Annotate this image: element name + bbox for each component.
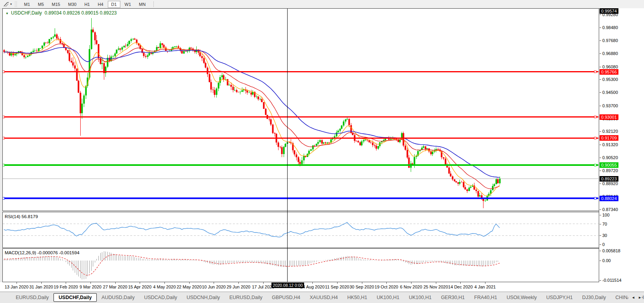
top-toolbar: ▾ M1M5M15M30H1H4D1W1MN <box>0 0 644 9</box>
timeframe-button-h1[interactable]: H1 <box>81 1 93 8</box>
date-tick <box>66 282 66 284</box>
date-label: 25 Nov 2020 <box>423 285 448 289</box>
rsi-tick-label: 70 <box>602 222 607 226</box>
axis-tick <box>600 280 601 281</box>
chart-tab-xauusd-h4[interactable]: XAUUSD,H4 <box>305 293 343 302</box>
rsi-label: RSI(14) 56.8179 <box>5 214 38 219</box>
date-label: 9 Mar 2020 <box>79 285 101 289</box>
axis-tick <box>600 215 601 215</box>
trendline-icon <box>3 1 9 7</box>
timeframe-button-w1[interactable]: W1 <box>121 1 135 8</box>
chart-tab-usdchf-daily[interactable]: USDCHF,Daily <box>54 293 97 302</box>
date-tick <box>115 282 116 284</box>
chart-tab-audusd-daily[interactable]: AUDUSD,Daily <box>97 293 139 302</box>
axis-tick <box>600 184 601 184</box>
symbol-dropdown-icon[interactable]: ▼ <box>6 12 9 15</box>
macd-tick-label: 0.00 <box>602 258 611 263</box>
date-label: 19 Feb 2020 <box>54 285 78 289</box>
macd-label: MACD(12,26,9) -0.000076 -0.001594 <box>5 250 79 255</box>
hline-price-label: 0.93001 <box>600 114 618 120</box>
hline-price-label: 0.91709 <box>600 135 618 141</box>
macd-pane[interactable] <box>2 248 599 282</box>
date-label: 10 Jun 2020 <box>202 285 226 289</box>
axis-tick <box>600 79 601 80</box>
axis-tick <box>600 145 601 145</box>
date-label: 4 Jan 2021 <box>474 285 496 289</box>
axis-tick <box>600 261 601 261</box>
chart-tab-gbpusd-h4[interactable]: GBPUSD,H4 <box>267 293 305 302</box>
chart-tab-uk100-h1[interactable]: UK100,H1 <box>372 293 404 302</box>
date-tick <box>164 282 165 284</box>
date-tick <box>140 282 140 284</box>
axis-tick <box>600 171 601 171</box>
timeframe-button-h4[interactable]: H4 <box>94 1 107 8</box>
mt4-window: ▾ M1M5M15M30H1H4D1W1MN ▼USDCHF,Daily 0.8… <box>0 0 644 303</box>
hline-price-label: 0.88024 <box>600 196 618 201</box>
toolbar-separator <box>153 1 154 7</box>
date-tick <box>436 282 436 284</box>
date-tick <box>17 282 17 284</box>
rsi-pane[interactable] <box>2 212 599 248</box>
rsi-name: RSI(14) <box>5 214 20 219</box>
chart-title: ▼USDCHF,Daily 0.89034 0.89226 0.89015 0.… <box>6 10 117 16</box>
symbol-label: USDCHF,Daily <box>11 10 42 16</box>
chart-tab-ger30-h1[interactable]: GER30,H1 <box>436 293 469 302</box>
chart-tab-eurusd-daily[interactable]: EURUSD,Daily <box>11 293 54 302</box>
date-tick <box>460 282 461 284</box>
price-axis[interactable]: 0.992800.984800.976800.968800.960800.953… <box>599 8 644 282</box>
cursor-price-label: 0.99574 <box>600 8 618 14</box>
axis-tick <box>600 40 601 41</box>
axis-tick <box>600 106 601 106</box>
hline-price-label: 0.95766 <box>600 69 618 75</box>
chart-tab-eurusd-daily[interactable]: EURUSD,Daily <box>225 293 267 302</box>
line-tools-icon[interactable] <box>2 1 10 7</box>
tab-scroll-controls: ◄ ► <box>628 292 642 303</box>
date-label: 6 Nov 2020 <box>400 285 422 289</box>
date-tick <box>90 282 91 284</box>
date-tick <box>189 282 190 284</box>
axis-tick-label: 0.94500 <box>602 90 618 95</box>
macd-name: MACD(12,26,9) <box>5 250 36 255</box>
axis-tick <box>600 53 601 54</box>
cursor-date-label: 2020.08.12 0:00 <box>271 283 304 288</box>
toolbar-grip <box>15 1 17 7</box>
timeframe-button-m30[interactable]: M30 <box>65 1 80 8</box>
timeframe-buttons: M1M5M15M30H1H4D1W1MN <box>20 1 149 8</box>
axis-tick-label: 0.98480 <box>602 25 618 30</box>
axis-tick <box>600 244 601 245</box>
axis-tick <box>600 224 601 224</box>
main-chart-pane[interactable] <box>2 8 599 211</box>
dropdown-caret-icon[interactable]: ▾ <box>10 2 12 6</box>
chart-tab-uk100-h1[interactable]: UK100,H1 <box>404 293 436 302</box>
date-tick <box>41 282 42 284</box>
timeframe-button-m5[interactable]: M5 <box>34 1 47 8</box>
date-label: 22 May 2020 <box>177 285 202 289</box>
chart-tab-usdjpy-h1[interactable]: USDJPY,H1 <box>542 293 578 302</box>
tab-scroll-right-icon[interactable]: ► <box>638 296 642 299</box>
rsi-tick-label: 100 <box>602 213 609 217</box>
axis-tick-label: 0.93700 <box>602 103 618 108</box>
rsi-value: 56.8179 <box>22 214 38 219</box>
chart-tab-usoil-weekly[interactable]: USOil,Weekly <box>502 293 542 302</box>
hline-price-label: 0.90055 <box>600 162 618 168</box>
axis-tick-label: 0.92120 <box>602 129 618 134</box>
date-label: 29 Jun 2020 <box>227 285 251 289</box>
chart-tab-usdcad-daily[interactable]: USDCAD,Daily <box>139 293 182 302</box>
chart-tab-usdcnh-daily[interactable]: USDCNH,Daily <box>182 293 225 302</box>
axis-tick <box>600 67 601 67</box>
tab-scroll-left-icon[interactable]: ◄ <box>631 296 635 299</box>
timeframe-button-d1[interactable]: D1 <box>108 1 120 8</box>
axis-tick <box>600 15 601 15</box>
chart-tab-fra40-h1[interactable]: FRA40,H1 <box>469 293 502 302</box>
timeframe-button-m15[interactable]: M15 <box>48 1 64 8</box>
date-axis[interactable]: 13 Jan 202031 Jan 202019 Feb 20209 Mar 2… <box>0 282 644 292</box>
macd-values: -0.000076 -0.001594 <box>37 250 79 255</box>
timeframe-button-mn[interactable]: MN <box>135 1 149 8</box>
axis-tick <box>600 251 601 251</box>
current-price-label: 0.89223 <box>600 176 618 182</box>
date-label: 27 Mar 2020 <box>103 285 127 289</box>
timeframe-button-m1[interactable]: M1 <box>20 1 33 8</box>
chart-tab-dj30-daily[interactable]: DJ30,Daily <box>578 293 611 302</box>
chart-tab-hk50-h1[interactable]: HK50,H1 <box>343 293 372 302</box>
ohlc-values: 0.89034 0.89226 0.89015 0.89223 <box>44 10 117 16</box>
